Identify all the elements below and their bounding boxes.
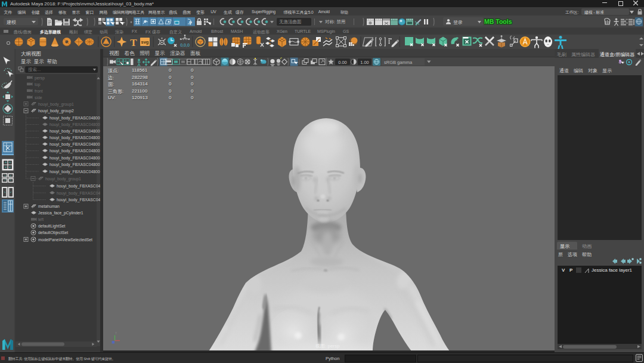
- svg-text:Jessica_face_pCylinder1: Jessica_face_pCylinder1: [38, 211, 83, 216]
- svg-text:1.00: 1.00: [360, 60, 369, 65]
- svg-text:搜索...: 搜索...: [28, 67, 41, 72]
- svg-text:houyi_body_FBXASC048002_PC: houyi_body_FBXASC048002_PC: [49, 142, 100, 147]
- svg-text:defaultLightSet: defaultLightSet: [38, 224, 65, 229]
- svg-text:houyi_body_FBXASC048004_PC: houyi_body_FBXASC048004_PC: [49, 156, 100, 161]
- svg-text:houyi_body_group1: houyi_body_group1: [38, 102, 74, 107]
- svg-text:显示 显示 帮助: 显示 显示 帮助: [21, 59, 57, 64]
- svg-text:metahuman: metahuman: [38, 204, 60, 208]
- svg-text:front: front: [35, 89, 43, 93]
- svg-text:大纲视图: 大纲视图: [21, 51, 41, 57]
- svg-text:视图: persp: 视图: persp: [315, 343, 340, 349]
- svg-text:persp: persp: [35, 76, 45, 81]
- svg-text:svg: svg: [141, 39, 149, 45]
- svg-text:T: T: [130, 37, 137, 48]
- svg-text:0.00: 0.00: [338, 60, 347, 65]
- svg-text:modelPanel4ViewSelectedSet: modelPanel4ViewSelectedSet: [38, 238, 92, 242]
- svg-text:side: side: [35, 96, 42, 100]
- svg-text:houyi_body_FBXASC048000_PC: houyi_body_FBXASC048000_PC: [49, 122, 100, 127]
- svg-text:sRGB gamma: sRGB gamma: [384, 60, 413, 65]
- svg-text:Y: Y: [115, 332, 117, 335]
- svg-text:left: left: [38, 217, 44, 222]
- svg-text:houyi_body_group2: houyi_body_group2: [38, 109, 74, 113]
- svg-text:0,0,0: 0,0,0: [180, 43, 190, 47]
- svg-text:houyi_body_FBXASC048002_I: houyi_body_FBXASC048002_I: [57, 198, 100, 202]
- svg-text:houyi_body_FBXASC048000_I: houyi_body_FBXASC048000_I: [57, 184, 100, 189]
- svg-text:houyi_body_group1: houyi_body_group1: [45, 177, 81, 182]
- svg-text:top: top: [35, 82, 41, 87]
- svg-text:houyi_body_FBXASC048001_I: houyi_body_FBXASC048001_I: [57, 191, 100, 196]
- svg-text:houyi_body_FBXASC048006_PC: houyi_body_FBXASC048006_PC: [49, 170, 100, 174]
- svg-text:defaultObjectSet: defaultObjectSet: [38, 230, 68, 235]
- svg-text:houyi_body_FBXASC048001_PC: houyi_body_FBXASC048001_PC: [49, 136, 100, 140]
- svg-text:houyi_body_FBXASC048000_PC: houyi_body_FBXASC048000_PC: [49, 129, 100, 134]
- svg-text:?: ?: [189, 20, 192, 26]
- svg-text:houyi_body_FBXASC048000_PC: houyi_body_FBXASC048000_PC: [49, 116, 100, 121]
- svg-text:houyi_body_FBXASC048003_PC: houyi_body_FBXASC048003_PC: [49, 149, 100, 153]
- svg-text:houyi_body_FBXASC048005_PC: houyi_body_FBXASC048005_PC: [49, 162, 100, 167]
